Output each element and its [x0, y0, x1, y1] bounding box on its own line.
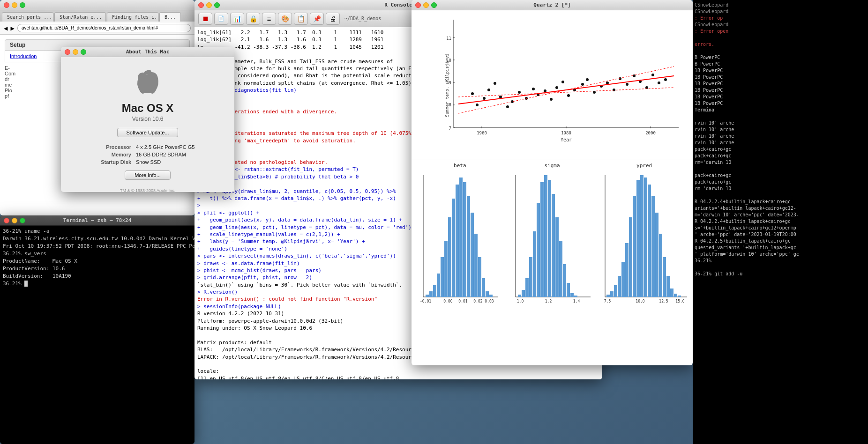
svg-text:7.5: 7.5	[604, 299, 611, 303]
terminal-left-close-icon[interactable]	[4, 218, 9, 223]
svg-text:-0.01: -0.01	[420, 299, 431, 303]
address-input[interactable]	[17, 24, 191, 32]
svg-rect-110	[633, 196, 636, 297]
svg-rect-107	[621, 262, 625, 297]
svg-rect-106	[618, 276, 621, 297]
paste-button[interactable]: 📌	[310, 13, 324, 25]
right-terminal-content[interactable]: CSnowLeopard CSnowLeopard : Error op CSn…	[693, 0, 868, 444]
sigma-plot-panel: sigma	[506, 163, 599, 326]
svg-rect-66	[459, 178, 463, 297]
quartz-minimize-icon[interactable]	[423, 2, 429, 8]
terminal-left-content[interactable]: 36-21% uname -a Darwin 36-21.wireless-ci…	[0, 226, 195, 444]
minimize-icon[interactable]	[12, 2, 17, 8]
svg-point-45	[626, 83, 629, 86]
quartz-traffic-lights	[415, 2, 437, 8]
svg-point-36	[567, 94, 570, 97]
about-close-icon[interactable]	[65, 49, 70, 55]
svg-rect-113	[644, 178, 647, 297]
spec-label-disk: Startup Disk	[75, 159, 131, 165]
software-update-button[interactable]: Software Update...	[117, 128, 178, 137]
quartz-close-icon[interactable]	[415, 2, 421, 8]
svg-rect-84	[525, 278, 529, 297]
maximize-icon[interactable]	[20, 2, 25, 8]
sigma-histogram-svg: 1.0 1.2 1.4	[506, 170, 593, 316]
terminal-left-window: Terminal — zsh — 78×24 36-21% uname -a D…	[0, 215, 195, 444]
print-button[interactable]: 🖨	[326, 13, 340, 25]
spec-value-memory: 16 GB DDR2 SDRAM	[136, 152, 186, 157]
svg-rect-82	[518, 295, 521, 297]
spec-row-processor: Processor 4 x 2.5 GHz PowerPC G5	[70, 144, 225, 150]
terminal-left-maximize-icon[interactable]	[20, 218, 25, 223]
svg-text:0.03: 0.03	[485, 299, 494, 303]
spec-value-processor: 4 x 2.5 GHz PowerPC G5	[136, 144, 195, 150]
close-icon[interactable]	[4, 2, 9, 8]
svg-text:1.2: 1.2	[545, 299, 552, 303]
right-terminal-window: CSnowLeopard CSnowLeopard : Error op CSn…	[693, 0, 868, 444]
browser-addressbar: ◀ ▶	[0, 22, 195, 35]
svg-rect-90	[548, 180, 551, 297]
about-title: About This Mac	[126, 49, 170, 55]
svg-rect-58	[429, 291, 433, 297]
svg-rect-95	[567, 283, 570, 297]
more-info-button[interactable]: More Info...	[125, 170, 171, 180]
quartz-window: Quartz 2 [*] Summer temp. @Kilpisjärvi 7…	[412, 0, 693, 365]
svg-point-42	[606, 81, 609, 84]
rconsole-minimize-icon[interactable]	[206, 2, 212, 8]
svg-point-49	[651, 74, 654, 76]
svg-text:Year: Year	[561, 137, 572, 142]
about-maximize-icon[interactable]	[81, 49, 86, 55]
svg-rect-115	[651, 196, 655, 297]
svg-point-43	[613, 89, 615, 91]
tab-stan-rstan[interactable]: Stan/Rstan e...	[54, 12, 106, 22]
color-button[interactable]: 🎨	[278, 13, 292, 25]
rconsole-close-icon[interactable]	[198, 2, 204, 8]
beta-histogram-svg: -0.01 0.00 0.01 0.02 0.03	[414, 170, 501, 316]
lines-button[interactable]: ≡	[262, 13, 276, 25]
svg-point-38	[581, 83, 584, 86]
tab-search-ports[interactable]: Search ports ...	[2, 12, 53, 22]
svg-rect-92	[555, 217, 559, 297]
about-version: Version 10.6	[132, 116, 164, 122]
svg-rect-112	[640, 175, 644, 297]
lock-button[interactable]: 🔒	[246, 13, 260, 25]
svg-text:7: 7	[449, 126, 451, 131]
svg-rect-109	[629, 217, 632, 297]
svg-rect-57	[426, 295, 429, 297]
svg-point-32	[544, 89, 546, 92]
svg-point-34	[555, 86, 558, 89]
svg-rect-74	[489, 295, 493, 297]
copy-button[interactable]: 📋	[294, 13, 308, 25]
svg-text:0.01: 0.01	[458, 299, 467, 303]
quartz-maximize-icon[interactable]	[431, 2, 437, 8]
chart-button[interactable]: 📊	[230, 13, 244, 25]
terminal-left-traffic-lights	[4, 218, 25, 223]
quartz-lower-plots: beta	[412, 160, 693, 329]
rconsole-traffic-lights	[198, 2, 220, 8]
svg-text:0.00: 0.00	[443, 299, 452, 303]
rconsole-maximize-icon[interactable]	[214, 2, 220, 8]
source-button[interactable]: 📄	[214, 13, 228, 25]
beta-plot-panel: beta	[414, 163, 506, 326]
spec-row-memory: Memory 16 GB DDR2 SDRAM	[70, 152, 225, 157]
svg-rect-69	[471, 213, 474, 297]
stop-button[interactable]: ⏹	[198, 13, 212, 25]
tab-b[interactable]: B...	[159, 12, 181, 22]
svg-line-52	[458, 76, 674, 104]
svg-rect-72	[482, 278, 485, 297]
quartz-title: Quartz 2 [*]	[533, 2, 570, 8]
terminal-left-minimize-icon[interactable]	[12, 218, 17, 223]
about-traffic-lights	[65, 49, 86, 55]
spec-label-processor: Processor	[75, 144, 131, 150]
browser-tabs: Search ports ... Stan/Rstan e... Finding…	[0, 10, 195, 22]
back-icon[interactable]: ◀	[4, 24, 7, 32]
sigma-plot-title: sigma	[506, 163, 599, 169]
svg-text:1.4: 1.4	[573, 299, 580, 303]
forward-icon[interactable]: ▶	[10, 24, 14, 32]
svg-point-35	[561, 81, 564, 83]
svg-rect-65	[456, 185, 459, 297]
quartz-ylabel: Summer temp. @Kilpisjärvi	[445, 53, 449, 117]
tab-finding-files[interactable]: Finding files i...	[107, 12, 158, 22]
svg-point-30	[532, 88, 535, 90]
svg-rect-117	[659, 234, 662, 297]
about-minimize-icon[interactable]	[73, 49, 78, 55]
